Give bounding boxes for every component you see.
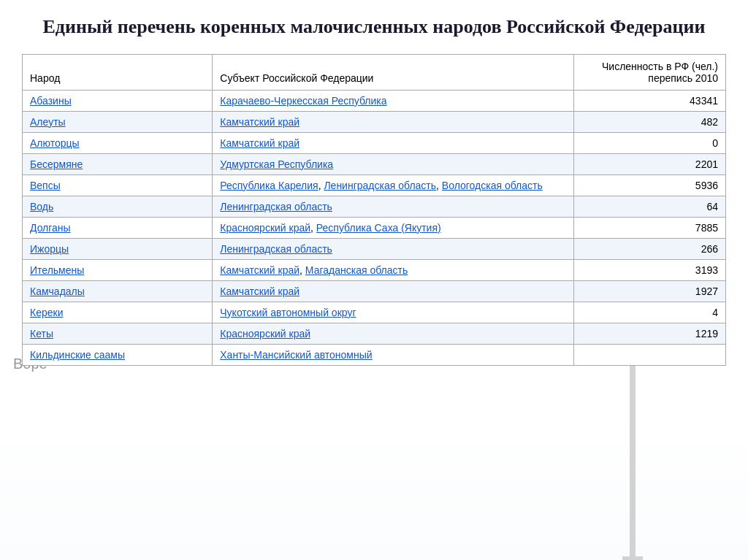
table-row: ВодьЛенинградская область64	[23, 196, 726, 217]
cell-subject[interactable]: Чукотский автономный округ	[213, 302, 574, 323]
cell-people[interactable]: Кильдинские саамы	[23, 344, 213, 365]
cell-people[interactable]: Бесермяне	[23, 153, 213, 174]
header-people: Народ	[23, 54, 213, 90]
cell-people[interactable]: Кеты	[23, 323, 213, 344]
table-row: ИтельменыКамчатский край, Магаданская об…	[23, 259, 726, 280]
table-row: АбазиныКарачаево-Черкесская Республика43…	[23, 90, 726, 111]
table-header-row: Народ Субъект Российской Федерации Числе…	[23, 54, 726, 90]
cell-people[interactable]: Долганы	[23, 217, 213, 238]
cell-subject[interactable]: Ленинградская область	[213, 196, 574, 217]
table-row: АлюторцыКамчатский край0	[23, 132, 726, 153]
cell-population: 1927	[573, 280, 725, 302]
cell-subject[interactable]: Ханты-Мансийский автономный	[213, 344, 574, 365]
cell-people[interactable]: Ительмены	[23, 259, 213, 280]
cell-subject[interactable]: Карачаево-Черкесская Республика	[213, 90, 574, 111]
cell-subject[interactable]: Ленинградская область	[213, 238, 574, 259]
cell-population	[573, 344, 725, 365]
header-subject: Субъект Российской Федерации	[213, 54, 574, 90]
bottom-watermark	[0, 414, 748, 560]
cell-population: 4	[573, 302, 725, 323]
page-title: Единый перечень коренных малочисленных н…	[22, 15, 726, 39]
cell-people[interactable]: Алеуты	[23, 111, 213, 132]
header-population: Численность в РФ (чел.) перепись 2010	[573, 54, 725, 90]
cell-subject[interactable]: Камчатский край	[213, 111, 574, 132]
table-row: КетыКрасноярский край1219	[23, 323, 726, 344]
peoples-table: Народ Субъект Российской Федерации Числе…	[22, 54, 726, 366]
cell-population: 2201	[573, 153, 725, 174]
cell-subject[interactable]: Красноярский край	[213, 323, 574, 344]
table-row: ВепсыРеспублика Карелия, Ленинградская о…	[23, 174, 726, 196]
cell-subject[interactable]: Камчатский край, Магаданская область	[213, 259, 574, 280]
cell-people[interactable]: Алюторцы	[23, 132, 213, 153]
cell-subject[interactable]: Камчатский край	[213, 132, 574, 153]
table-row: ДолганыКрасноярский край, Республика Сах…	[23, 217, 726, 238]
cell-people[interactable]: Кереки	[23, 302, 213, 323]
cell-population: 64	[573, 196, 725, 217]
cell-people[interactable]: Водь	[23, 196, 213, 217]
table-row: КамчадалыКамчатский край1927	[23, 280, 726, 302]
cell-people[interactable]: Камчадалы	[23, 280, 213, 302]
cell-subject[interactable]: Красноярский край, Республика Саха (Якут…	[213, 217, 574, 238]
cell-subject[interactable]: Удмуртская Республика	[213, 153, 574, 174]
cell-people[interactable]: Вепсы	[23, 174, 213, 196]
table-row: КерекиЧукотский автономный округ4	[23, 302, 726, 323]
cell-population: 1219	[573, 323, 725, 344]
cell-population: 0	[573, 132, 725, 153]
cell-population: 7885	[573, 217, 725, 238]
cell-population: 43341	[573, 90, 725, 111]
cell-people[interactable]: Абазины	[23, 90, 213, 111]
table-row: ИжорцыЛенинградская область266	[23, 238, 726, 259]
table-row: АлеутыКамчатский край482	[23, 111, 726, 132]
cell-population: 5936	[573, 174, 725, 196]
table-row: БесермянеУдмуртская Республика2201	[23, 153, 726, 174]
cell-subject[interactable]: Камчатский край	[213, 280, 574, 302]
table-row: Кильдинские саамыХанты-Мансийский автоно…	[23, 344, 726, 365]
cell-population: 266	[573, 238, 725, 259]
cell-subject[interactable]: Республика Карелия, Ленинградская област…	[213, 174, 574, 196]
cell-population: 3193	[573, 259, 725, 280]
cell-people[interactable]: Ижорцы	[23, 238, 213, 259]
cell-population: 482	[573, 111, 725, 132]
